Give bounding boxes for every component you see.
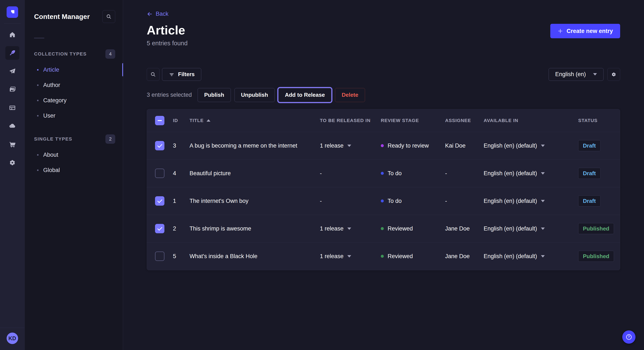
- review-stage-cell: Reviewed: [381, 253, 445, 260]
- bullet-icon: [37, 100, 38, 101]
- releases-icon: [9, 68, 16, 75]
- available-in-cell[interactable]: English (en) (default): [484, 198, 578, 204]
- settings-button[interactable]: [5, 156, 20, 170]
- bullet-icon: [37, 69, 38, 71]
- home-icon: [9, 31, 16, 38]
- back-link[interactable]: Back: [147, 11, 168, 17]
- review-stage-dot: [381, 144, 384, 147]
- sort-ascending-icon: [206, 119, 210, 122]
- media-library-button[interactable]: [5, 83, 20, 96]
- sidebar-item-global[interactable]: Global: [25, 163, 123, 178]
- status-badge: Published: [578, 251, 614, 262]
- delete-button[interactable]: Delete: [335, 88, 365, 102]
- collection-types-section: COLLECTION TYPES 4 Article Author Catego…: [25, 49, 123, 123]
- settings-icon: [8, 159, 16, 167]
- release-cell[interactable]: 1 release: [320, 225, 381, 232]
- back-label: Back: [156, 11, 168, 17]
- entry-title: The internet's Own boy: [190, 198, 320, 204]
- release-caret: [347, 255, 351, 257]
- column-header-title[interactable]: TITLE: [190, 118, 320, 123]
- rail-divider: [4, 23, 21, 24]
- sidebar-item-about[interactable]: About: [25, 147, 123, 163]
- column-header-release[interactable]: TO BE RELEASED IN: [320, 118, 381, 123]
- arrow-left-icon: [147, 11, 153, 17]
- review-stage-dot: [381, 172, 384, 175]
- available-in-cell[interactable]: English (en) (default): [484, 253, 578, 260]
- release-cell[interactable]: -: [320, 170, 381, 177]
- filters-button[interactable]: Filters: [162, 68, 201, 81]
- create-new-entry-button[interactable]: Create new entry: [550, 24, 620, 38]
- home-button[interactable]: [5, 28, 20, 41]
- entry-title: Beautiful picture: [190, 170, 320, 177]
- select-all-checkbox[interactable]: [155, 116, 164, 125]
- row-checkbox[interactable]: [155, 224, 164, 233]
- sidebar-item-category[interactable]: Category: [25, 93, 123, 108]
- bullet-icon: [37, 115, 38, 117]
- available-in-cell[interactable]: English (en) (default): [484, 143, 578, 149]
- deploy-cloud-icon: [8, 122, 16, 130]
- content-manager-icon: [9, 49, 16, 57]
- column-header-stage[interactable]: REVIEW STAGE: [381, 118, 445, 123]
- single-types-section: SINGLE TYPES 2 About Global: [25, 134, 123, 178]
- status-badge: Draft: [578, 195, 600, 206]
- row-checkbox[interactable]: [155, 196, 164, 206]
- filter-icon: [169, 71, 175, 77]
- table-row[interactable]: 2 This shrimp is awesome 1 release Revie…: [147, 215, 620, 242]
- sidebar-item-article[interactable]: Article: [25, 62, 123, 77]
- entries-count: 5 entries found: [147, 40, 620, 47]
- sidebar-search-button[interactable]: [102, 10, 115, 23]
- releases-button[interactable]: [5, 64, 20, 78]
- marketplace-button[interactable]: [5, 138, 20, 151]
- available-in-value: English (en) (default): [484, 143, 537, 149]
- locale-select[interactable]: English (en): [548, 68, 604, 81]
- release-value: 1 release: [320, 253, 344, 260]
- table-row[interactable]: 5 What's inside a Black Hole 1 release R…: [147, 242, 620, 270]
- release-caret: [347, 227, 351, 230]
- row-checkbox[interactable]: [155, 252, 164, 261]
- entry-title: A bug is becoming a meme on the internet: [190, 143, 320, 149]
- entry-title: This shrimp is awesome: [190, 225, 320, 232]
- available-in-cell[interactable]: English (en) (default): [484, 170, 578, 177]
- entries-table: ID TITLE TO BE RELEASED IN REVIEW STAGE …: [147, 109, 620, 270]
- release-cell[interactable]: 1 release: [320, 253, 381, 260]
- table-row[interactable]: 3 A bug is becoming a meme on the intern…: [147, 132, 620, 160]
- table-header-row: ID TITLE TO BE RELEASED IN REVIEW STAGE …: [147, 109, 620, 132]
- entry-id: 3: [173, 143, 190, 149]
- unpublish-button[interactable]: Unpublish: [234, 88, 275, 102]
- main-content: Back Article 5 entries found Create new …: [123, 0, 644, 350]
- deploy-cloud-button[interactable]: [5, 119, 20, 133]
- sidebar-item-author[interactable]: Author: [25, 77, 123, 93]
- column-header-id[interactable]: ID: [173, 118, 190, 123]
- svg-text:?: ?: [628, 335, 630, 339]
- publish-button[interactable]: Publish: [198, 88, 231, 102]
- available-in-value: English (en) (default): [484, 198, 537, 204]
- row-checkbox[interactable]: [155, 169, 164, 178]
- list-search-button[interactable]: [147, 68, 160, 81]
- chevron-down-icon: [541, 172, 545, 175]
- user-avatar[interactable]: KD: [6, 333, 18, 344]
- sidebar-item-user[interactable]: User: [25, 108, 123, 123]
- search-icon: [106, 14, 112, 19]
- add-to-release-button[interactable]: Add to Release: [278, 88, 332, 102]
- table-row[interactable]: 4 Beautiful picture - To do - English (e…: [147, 160, 620, 187]
- assignee-cell: Jane Doe: [445, 253, 484, 260]
- review-stage-cell: To do: [381, 170, 445, 177]
- view-settings-button[interactable]: [607, 68, 620, 81]
- strapi-logo[interactable]: [6, 6, 18, 18]
- gear-icon: [610, 71, 617, 78]
- search-icon: [150, 71, 156, 77]
- chevron-down-icon: [541, 227, 545, 230]
- content-type-builder-button[interactable]: [5, 101, 20, 115]
- review-stage-label: Ready to review: [388, 143, 429, 149]
- table-row[interactable]: 1 The internet's Own boy - To do - Engli…: [147, 187, 620, 215]
- column-header-available[interactable]: AVAILABLE IN: [484, 118, 578, 123]
- available-in-cell[interactable]: English (en) (default): [484, 225, 578, 232]
- release-cell[interactable]: 1 release: [320, 143, 381, 149]
- help-button[interactable]: ?: [622, 331, 636, 344]
- content-manager-button[interactable]: [5, 46, 20, 60]
- rail-bottom: KD: [0, 328, 24, 350]
- column-header-assignee[interactable]: ASSIGNEE: [445, 118, 484, 123]
- release-cell[interactable]: -: [320, 198, 381, 204]
- column-header-status[interactable]: STATUS: [578, 118, 620, 123]
- row-checkbox[interactable]: [155, 141, 164, 150]
